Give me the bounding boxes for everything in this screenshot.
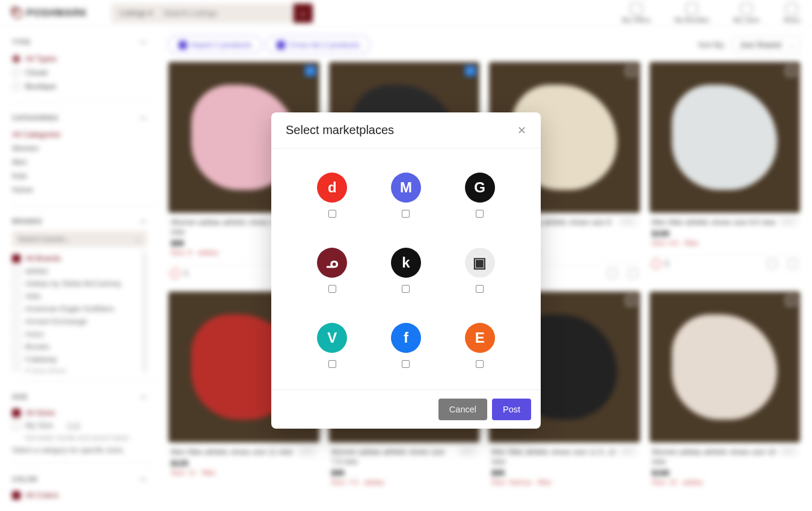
vinted-icon: V (317, 323, 347, 353)
marketplace-checkbox[interactable] (402, 360, 410, 368)
marketplace-facebook[interactable]: f (369, 323, 443, 368)
etsy-icon: E (465, 323, 495, 353)
facebook-icon: f (391, 323, 421, 353)
marketplace-poshmark[interactable]: ᓄ (295, 248, 369, 293)
marketplace-checkbox[interactable] (328, 210, 336, 218)
marketplace-checkbox[interactable] (402, 285, 410, 293)
mercari-icon: M (391, 173, 421, 203)
marketplace-checkbox[interactable] (476, 285, 484, 293)
marketplace-checkbox[interactable] (476, 210, 484, 218)
marketplace-checkbox[interactable] (402, 210, 410, 218)
close-icon[interactable]: ✕ (517, 124, 526, 137)
cancel-button[interactable]: Cancel (438, 399, 487, 420)
grailed-icon: G (465, 173, 495, 203)
marketplace-kidizen[interactable]: k (369, 248, 443, 293)
modal-title: Select marketplaces (286, 123, 394, 137)
depop-icon: d (317, 173, 347, 203)
marketplace-vinted[interactable]: V (295, 323, 369, 368)
marketplace-etsy[interactable]: E (443, 323, 517, 368)
poshmark-icon: ᓄ (317, 248, 347, 278)
marketplace-shopify[interactable]: ▣ (443, 248, 517, 293)
marketplace-depop[interactable]: d (295, 173, 369, 218)
select-marketplaces-modal: Select marketplaces ✕ dMGᓄk▣VfE Cancel P… (271, 112, 541, 429)
marketplace-checkbox[interactable] (328, 285, 336, 293)
marketplace-checkbox[interactable] (328, 360, 336, 368)
marketplace-grailed[interactable]: G (443, 173, 517, 218)
marketplace-mercari[interactable]: M (369, 173, 443, 218)
shopify-icon: ▣ (465, 248, 495, 278)
post-button[interactable]: Post (492, 399, 531, 420)
marketplace-checkbox[interactable] (476, 360, 484, 368)
kidizen-icon: k (391, 248, 421, 278)
